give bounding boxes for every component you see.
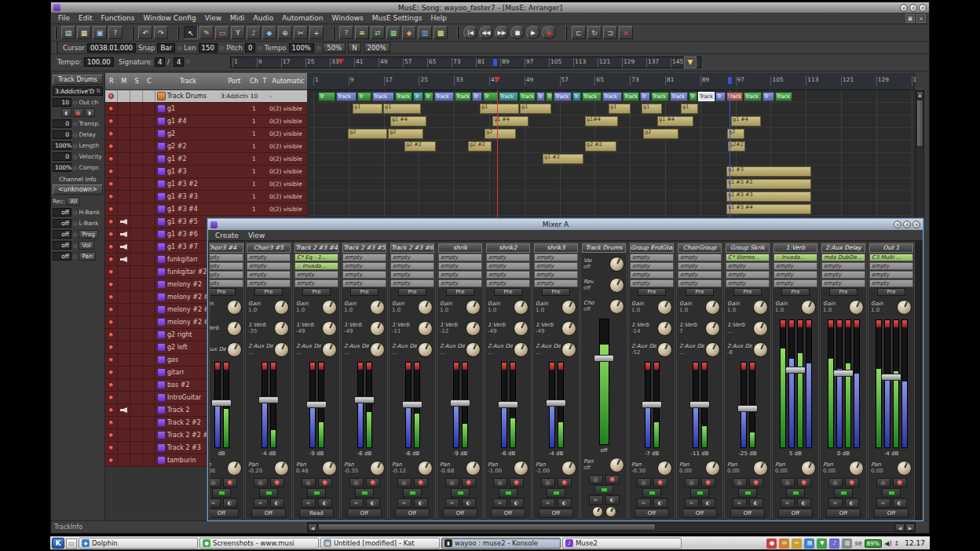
part[interactable]: Track [744,92,762,101]
automation-cell[interactable]: 0(2) visible [269,191,307,203]
part[interactable]: Tr [715,92,726,101]
mute-tool-icon[interactable]: ◆ [262,26,276,39]
record-arm-dot[interactable] [108,181,114,187]
record-arm-dot[interactable] [108,357,114,363]
maximize-icon[interactable]: ∧ [909,4,917,12]
effect-slot[interactable]: empty [630,262,674,270]
monitor-button[interactable] [212,488,231,498]
solo-button[interactable]: ◎ [302,478,316,487]
sig-numerator[interactable]: 4 [155,57,165,67]
eraser-tool-icon[interactable]: ▭ [215,26,229,39]
aux-send-1-knob[interactable] [274,321,289,336]
minimize-icon[interactable]: ∨ [900,4,908,12]
pointer-tool-icon[interactable]: ↖ [184,26,198,39]
record-arm-dot[interactable] [108,244,114,250]
k-menu-button[interactable]: K [52,538,64,549]
monitor-button[interactable] [355,488,374,498]
fader-handle[interactable] [258,396,279,403]
aux-send-2-knob[interactable] [227,342,242,357]
monitor-button[interactable] [690,488,709,498]
record-button[interactable] [318,478,332,487]
gain-knob[interactable] [705,300,720,315]
record-arm-dot[interactable] [108,395,114,400]
automation-mode-button[interactable]: Off [443,509,477,518]
automation-mode-button[interactable]: Off [730,509,765,518]
track-row[interactable]: g210(2) visible [105,128,307,140]
part[interactable]: Track [554,92,572,101]
effect-slot[interactable]: empty [486,271,530,279]
record-arm-dot[interactable] [108,458,114,463]
midi-controller-knob[interactable] [609,278,624,293]
pan-knob[interactable] [705,461,720,476]
speaker-icon[interactable] [120,232,127,237]
effect-slot[interactable]: empty [342,279,386,287]
track-row[interactable]: g1 #3 #410(2) visible [105,203,307,216]
aux-send-1-knob[interactable] [466,321,481,336]
automation-mode-button[interactable]: Off [539,509,573,518]
spin-icon[interactable]: ◇ [73,121,77,127]
effect-slot[interactable]: empty [390,254,434,261]
aux-send-1-knob[interactable] [657,321,672,336]
pre-button[interactable]: Pre [638,288,666,296]
muse-titlebar[interactable]: MusE: Song: wayoo_faster7 - [MusE: Arran… [51,2,929,13]
record-button[interactable] [605,475,620,484]
solo-button[interactable]: ◎ [589,475,603,484]
automation-mode-button[interactable]: Off [778,509,813,518]
zoom-200-button[interactable]: 200% [364,42,390,53]
part[interactable]: Track [651,92,669,101]
monitor-button[interactable] [738,488,757,498]
part[interactable]: Tr [572,92,581,101]
effect-slot[interactable]: empty [438,279,482,287]
menu-item-help[interactable]: Help [426,13,451,23]
strip-name-button[interactable]: ChoirGroup [678,243,722,253]
effect-slot[interactable]: empty [209,271,243,279]
automation-cell[interactable]: 0(2) visible [269,178,307,190]
monitor-button[interactable] [882,488,901,498]
automation-cell[interactable]: - [269,90,307,102]
part[interactable]: g2 [643,129,678,139]
tempo2-input[interactable]: 100.00 [84,57,114,67]
midi-controller-knob[interactable] [609,257,624,272]
part[interactable]: Tr [357,92,371,101]
gain-knob[interactable] [849,300,864,315]
effect-slot[interactable]: empty [678,254,722,261]
record-button[interactable] [797,478,811,487]
aux-send-1-knob[interactable] [322,321,337,336]
speaker-icon[interactable] [120,244,127,250]
pan-knob[interactable] [274,461,289,476]
solo-button[interactable]: ◎ [445,478,459,487]
menu-item-windows[interactable]: Windows [328,13,368,23]
zoom-tool-icon[interactable]: ⊕ [278,26,292,39]
midi-output-icon[interactable]: ◗ [85,108,95,117]
gain-knob[interactable] [370,300,385,315]
record-button[interactable] [270,478,284,487]
part[interactable]: Track [395,92,412,101]
part[interactable]: g1 [480,104,519,114]
strip-name-button[interactable]: Track 2 #3 #5 [342,243,386,253]
track-row[interactable]: g1 #410(2) visible [105,115,307,128]
pianoroll-icon[interactable]: ▦ [386,26,400,39]
record-button[interactable] [223,478,237,487]
part[interactable]: g1 #3 #2 [726,179,811,189]
monitor-button[interactable] [499,488,517,498]
battery-indicator[interactable]: 89% [865,539,883,548]
effect-slot[interactable]: empty [438,262,482,270]
record-arm-dot[interactable] [108,407,114,413]
solo-button[interactable]: ◎ [876,478,890,487]
strip-name-button[interactable]: shrik [438,243,482,253]
pan-knob[interactable] [801,461,816,476]
record-arm-dot[interactable] [108,206,114,212]
new-song-icon[interactable]: ▤ [61,26,75,39]
length-input[interactable]: 100% [53,141,71,150]
pan-knob[interactable] [849,461,864,476]
output-port-select[interactable]: 3:Addictive'D ⇅ [53,86,103,96]
effect-slot[interactable]: empty [342,271,386,279]
menu-item-muse-settings[interactable]: MusE Settings [368,13,426,23]
solo-button[interactable]: ◎ [541,478,555,487]
stereo-toggle-button[interactable]: ∞ [209,498,221,508]
aux-send-1-knob[interactable] [370,321,385,336]
pre-button[interactable]: Pre [781,288,810,296]
part[interactable]: g1 #4 [657,116,693,126]
part[interactable]: Track [698,92,715,101]
effect-slot[interactable]: empty [678,262,722,270]
